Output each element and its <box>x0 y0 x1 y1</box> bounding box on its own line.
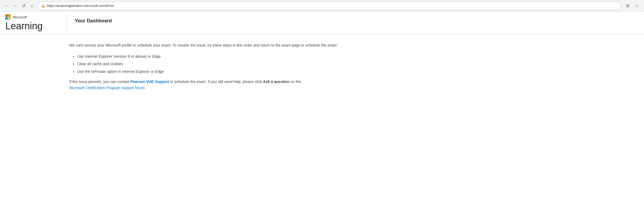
ms-logo-green <box>8 14 11 17</box>
ask-question-link-text: Ask a question <box>263 80 290 84</box>
site-header: Microsoft Learning Your Dashboard <box>0 12 644 34</box>
microsoft-logo: Microsoft <box>5 14 27 20</box>
lock-icon: 🔒 <box>41 4 45 8</box>
home-button[interactable]: ⌂ <box>29 3 35 9</box>
main-content: We can't access your Microsoft profile t… <box>0 34 373 99</box>
contact-end: . <box>144 86 145 90</box>
forum-link[interactable]: Microsoft Certification Program support … <box>69 86 144 90</box>
contact-prefix: If the issue persists, you can contact <box>69 80 131 84</box>
microsoft-text: Microsoft <box>13 15 27 19</box>
ms-logo-blue <box>5 17 8 20</box>
dashboard-title: Your Dashboard <box>75 18 112 24</box>
contact-middle: to schedule the exam. If you still need … <box>169 80 263 84</box>
microsoft-logo-grid <box>5 14 11 20</box>
url-text: https://examregistration.microsoft.com/E… <box>47 4 618 8</box>
list-item: Clear all cache and cookies <box>77 61 368 67</box>
back-button[interactable]: ← <box>3 3 10 9</box>
refresh-button[interactable]: ↺ <box>20 3 27 9</box>
list-item: Use the InPrivate option in Internet Exp… <box>77 69 368 74</box>
site-brand: Microsoft Learning <box>5 14 59 34</box>
dashboard-title-area: Your Dashboard <box>75 14 112 26</box>
address-bar[interactable]: 🔒 https://examregistration.microsoft.com… <box>38 2 621 10</box>
favorites-button[interactable]: ☆ <box>633 2 641 10</box>
split-screen-button[interactable]: ⧉ <box>624 2 631 10</box>
header-divider <box>67 14 67 34</box>
ms-logo-red <box>5 14 8 17</box>
error-intro: We can't access your Microsoft profile t… <box>69 42 368 48</box>
browser-chrome: ← → ↺ ⌂ 🔒 https://examregistration.micro… <box>0 0 644 12</box>
nav-buttons: ← → ↺ ⌂ <box>3 3 35 9</box>
error-steps-list: Use Internet Explorer (version 9 or abov… <box>77 53 368 74</box>
browser-actions: ⧉ ☆ <box>624 2 641 10</box>
list-item: Use Internet Explorer (version 9 or abov… <box>77 53 368 59</box>
site-title: Learning <box>5 21 43 31</box>
ms-logo-yellow <box>8 17 11 20</box>
forward-button[interactable]: → <box>12 3 18 9</box>
pearson-vue-support-link[interactable]: Pearson VUE Support <box>131 80 169 84</box>
contact-suffix: on the <box>290 80 301 84</box>
contact-paragraph: If the issue persists, you can contact P… <box>69 79 368 91</box>
